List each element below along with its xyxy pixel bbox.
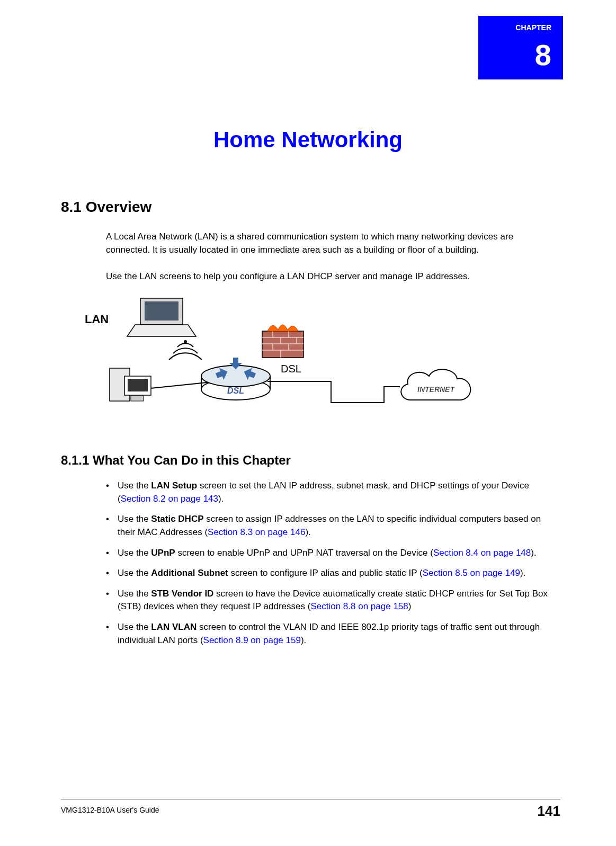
svg-rect-12 bbox=[262, 331, 303, 358]
list-item: Use the LAN VLAN screen to control the V… bbox=[106, 621, 552, 647]
footer-rule bbox=[61, 799, 560, 799]
diagram-internet-label: INTERNET bbox=[417, 385, 455, 394]
diagram-svg: DSL bbox=[103, 294, 485, 416]
router-icon: DSL bbox=[201, 358, 270, 400]
bold-term: UPnP bbox=[151, 548, 175, 558]
diagram-dsl-label: DSL bbox=[281, 363, 301, 375]
cross-reference-link[interactable]: Section 8.8 on page 158 bbox=[310, 601, 408, 611]
svg-rect-4 bbox=[131, 396, 144, 401]
overview-para-1: A Local Area Network (LAN) is a shared c… bbox=[106, 230, 552, 256]
list-item: Use the STB Vendor ID screen to have the… bbox=[106, 587, 552, 613]
text: ). bbox=[531, 548, 536, 558]
wifi-icon bbox=[169, 341, 202, 360]
text: Use the bbox=[118, 568, 151, 578]
bold-term: LAN VLAN bbox=[151, 622, 197, 632]
chapter-number: 8 bbox=[535, 40, 551, 70]
text: ) bbox=[408, 601, 412, 611]
text: ). bbox=[218, 494, 224, 504]
text: Use the bbox=[118, 514, 151, 524]
text: Use the bbox=[118, 622, 151, 632]
svg-text:DSL: DSL bbox=[227, 386, 244, 395]
desktop-icon bbox=[110, 368, 151, 401]
bold-term: Additional Subnet bbox=[151, 568, 228, 578]
list-item: Use the LAN Setup screen to set the LAN … bbox=[106, 479, 552, 505]
footer-page-number: 141 bbox=[538, 803, 560, 820]
text: Use the bbox=[118, 480, 151, 491]
svg-point-6 bbox=[184, 341, 186, 343]
bullet-list: Use the LAN Setup screen to set the LAN … bbox=[106, 479, 552, 654]
cross-reference-link[interactable]: Section 8.4 on page 148 bbox=[433, 548, 531, 558]
subsection-heading: 8.1.1 What You Can Do in this Chapter bbox=[61, 453, 291, 468]
list-item: Use the UPnP screen to enable UPnP and U… bbox=[106, 547, 552, 560]
diagram-lan-label: LAN bbox=[85, 313, 109, 326]
list-item: Use the Additional Subnet screen to conf… bbox=[106, 567, 552, 580]
bold-term: Static DHCP bbox=[151, 514, 203, 524]
text: screen to configure IP alias and public … bbox=[228, 568, 423, 578]
text: ). bbox=[520, 568, 525, 578]
chapter-sub-label: CHAPTER bbox=[515, 23, 551, 32]
svg-rect-3 bbox=[128, 379, 148, 391]
internet-cloud-icon: INTERNET bbox=[401, 369, 470, 400]
network-diagram: LAN DSL bbox=[103, 294, 485, 416]
text: screen to enable UPnP and UPnP NAT trave… bbox=[175, 548, 433, 558]
text: ). bbox=[301, 635, 306, 645]
bold-term: STB Vendor ID bbox=[151, 589, 213, 599]
list-item: Use the Static DHCP screen to assign IP … bbox=[106, 513, 552, 539]
text: Use the bbox=[118, 548, 151, 558]
overview-para-2: Use the LAN screens to help you configur… bbox=[106, 270, 552, 283]
text: ). bbox=[305, 527, 310, 537]
laptop-icon bbox=[127, 298, 196, 336]
footer-guide-title: VMG1312-B10A User's Guide bbox=[61, 806, 159, 814]
bold-term: LAN Setup bbox=[151, 480, 197, 491]
chapter-badge: CHAPTER 8 bbox=[478, 16, 563, 79]
text: Use the bbox=[118, 589, 151, 599]
chapter-title: Home Networking bbox=[0, 127, 616, 153]
section-heading-overview: 8.1 Overview bbox=[61, 199, 151, 216]
svg-rect-5 bbox=[145, 301, 178, 320]
cross-reference-link[interactable]: Section 8.3 on page 146 bbox=[208, 527, 305, 537]
cross-reference-link[interactable]: Section 8.9 on page 159 bbox=[203, 635, 301, 645]
page: CHAPTER 8 Home Networking 8.1 Overview A… bbox=[0, 0, 616, 846]
cross-reference-link[interactable]: Section 8.5 on page 149 bbox=[423, 568, 520, 578]
firewall-icon bbox=[262, 325, 303, 358]
cross-reference-link[interactable]: Section 8.2 on page 143 bbox=[121, 494, 218, 504]
